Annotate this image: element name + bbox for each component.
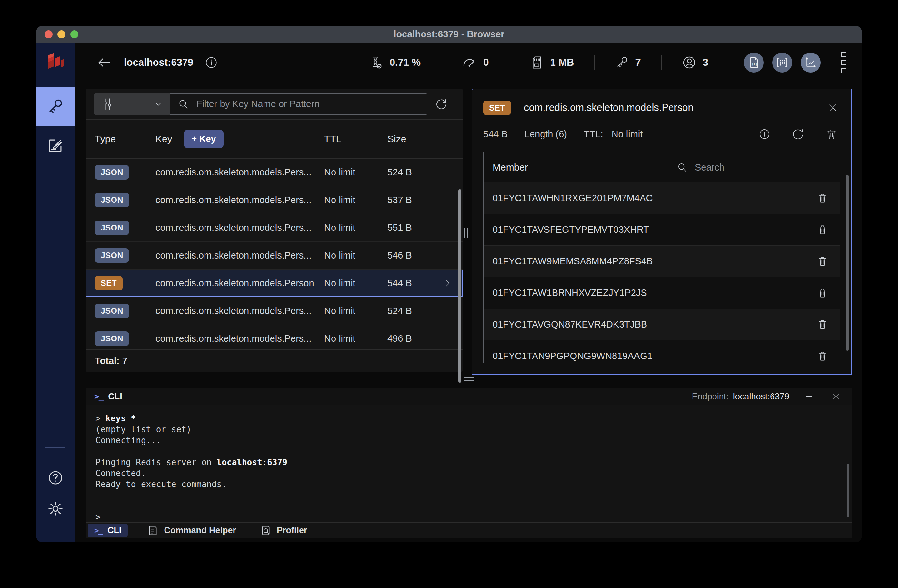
member-search-input[interactable]: Search [668,157,831,178]
key-name: com.redis.om.skeleton.models.Pers... [155,306,324,316]
chevron-down-icon [153,99,164,110]
cli-line: Connecting... [95,435,842,446]
delete-key-button[interactable] [823,125,840,143]
analysis-chart-button[interactable] [801,52,821,72]
keys-scrollbar[interactable] [458,189,461,383]
tab-cli[interactable]: >_ CLI [88,524,128,537]
window-title: localhost:6379 - Browser [394,29,504,40]
document-icon [147,525,159,536]
cli-panel: >_ CLI Endpoint: localhost:6379 [86,388,852,538]
sidebar-item-workbench[interactable] [36,126,75,165]
filter-row: Filter by Key Name or Pattern [86,89,463,120]
overflow-menu-button[interactable] [839,49,849,76]
key-name: com.redis.om.skeleton.models.Pers... [155,333,324,344]
tab-command-helper[interactable]: Command Helper [143,525,241,536]
grid-button[interactable] [772,52,792,72]
key-size: 524 B [387,306,442,316]
tab-label: Command Helper [164,525,236,536]
key-size: 544 B [483,129,508,140]
member-row: 01FYC1TAWHN1RXGE201PM7M4AC [483,183,840,214]
column-key: Key [155,134,172,144]
cli-line [95,446,842,457]
key-type-badge: JSON [95,165,129,180]
key-row[interactable]: JSON com.redis.om.skeleton.models.Pers..… [86,242,463,270]
minimize-cli-button[interactable] [801,389,817,404]
key-ttl: No limit [324,167,387,178]
search-icon [676,161,688,173]
key-ttl: No limit [324,223,387,233]
cli-line [95,490,842,500]
filter-sliders-icon [101,97,115,111]
members-scrollbar[interactable] [846,175,849,351]
cli-line: > [95,511,842,522]
key-type-badge: SET [483,101,511,115]
horizontal-resize-handle[interactable] [464,228,468,238]
key-type-filter-dropdown[interactable] [94,94,170,115]
stat-commands: 0 [441,54,509,71]
add-member-button[interactable] [756,125,773,143]
member-row: 01FYC1TAVSFEGTYPEMVT03XHRT [483,214,840,246]
vertical-resize-handle[interactable] [464,377,474,381]
key-size: 496 B [387,333,442,344]
key-type-badge: JSON [95,193,129,207]
key-row[interactable]: JSON com.redis.om.skeleton.models.Pers..… [86,297,463,325]
key-search-input[interactable]: Filter by Key Name or Pattern [170,94,427,115]
member-value: 01FYC1TAWHN1RXGE201PM7M4AC [492,193,652,203]
delete-member-button[interactable] [814,221,831,238]
key-row[interactable]: JSON com.redis.om.skeleton.models.Pers..… [86,214,463,242]
key-row[interactable]: JSON com.redis.om.skeleton.models.Pers..… [86,186,463,214]
cli-line: Ready to execute commands. [95,479,842,490]
sidebar-item-settings[interactable] [36,493,75,524]
cli-output: > keys *(empty list or set)Connecting...… [95,413,842,522]
close-cli-button[interactable] [829,389,844,404]
key-rows: JSON com.redis.om.skeleton.models.Pers..… [86,159,463,350]
close-details-button[interactable] [825,100,841,116]
tab-profiler[interactable]: Profiler [255,525,312,536]
key-row[interactable]: JSON com.redis.om.skeleton.models.Pers..… [86,325,463,350]
stat-value: 3 [703,57,708,68]
delete-member-button[interactable] [814,190,831,207]
sidebar-item-help[interactable] [36,462,75,493]
stat-memory: 1 MB [509,55,594,70]
member-rows: 01FYC1TAWHN1RXGE201PM7M4AC 01FYC1TAVSFEG… [483,183,840,363]
delete-member-button[interactable] [814,253,831,270]
database-name: localhost:6379 [124,57,193,68]
cli-scrollbar[interactable] [847,464,849,518]
info-icon[interactable] [204,55,218,70]
members-table: Member Search 01FYC1TAWHN1RXGE2 [483,152,840,363]
cli-terminal[interactable]: > keys *(empty list or set)Connecting...… [86,405,852,522]
delete-member-button[interactable] [814,316,831,333]
header-actions: {;} [744,49,849,76]
sidebar-item-browser[interactable] [36,88,75,126]
key-ttl: No limit [324,333,387,344]
minimize-window-button[interactable] [57,30,66,38]
gauge-icon [461,54,477,71]
column-size: Size [387,134,442,144]
member-value: 01FYC1TAVGQN87KEVR4DK3TJBB [492,319,647,330]
back-button[interactable] [95,54,113,72]
sidebar [36,43,75,542]
ttl-value[interactable]: No limit [612,129,643,140]
zoom-window-button[interactable] [70,30,78,38]
stat-value: 7 [635,57,641,68]
delete-member-button[interactable] [814,285,831,301]
app-window: localhost:6379 - Browser [36,26,862,542]
key-row[interactable]: JSON com.redis.om.skeleton.models.Pers..… [86,159,463,186]
key-size: 524 B [387,167,442,178]
delete-member-button[interactable] [814,348,831,363]
redis-logo[interactable] [36,43,75,81]
add-key-button[interactable]: + Key [184,130,224,148]
key-icon [46,97,65,116]
cli-title: CLI [108,391,122,402]
key-details-panel: SET com.redis.om.skeleton.models.Person … [472,89,852,375]
stat-value: 0 [483,57,489,68]
workbench-file-button[interactable]: {;} [744,52,764,72]
refresh-keys-button[interactable] [427,97,455,111]
close-window-button[interactable] [45,30,52,38]
key-ttl: No limit [324,195,387,205]
refresh-key-button[interactable] [789,125,807,143]
key-row[interactable]: SET com.redis.om.skeleton.models.Person … [86,270,463,297]
key-size: 546 B [387,250,442,261]
member-row: 01FYC1TAVGQN87KEVR4DK3TJBB [483,309,840,341]
column-ttl: TTL [324,134,387,144]
